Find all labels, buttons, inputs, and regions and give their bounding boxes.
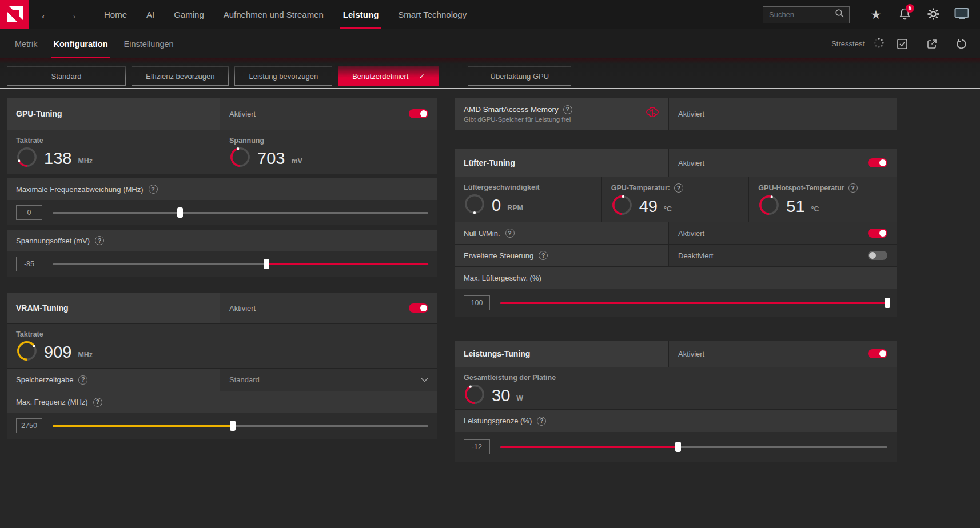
freq-deviation-slider[interactable] xyxy=(53,207,428,218)
reset-icon[interactable] xyxy=(949,33,974,55)
freq-deviation-input[interactable] xyxy=(16,205,42,220)
help-icon[interactable]: ? xyxy=(537,417,546,426)
voltage-offset-slider-row xyxy=(7,251,437,277)
nav-gaming[interactable]: Gaming xyxy=(164,0,214,29)
sam-status-cell: Aktiviert xyxy=(669,98,897,130)
hotspot-temp-gauge xyxy=(758,194,780,216)
slider-handle[interactable] xyxy=(675,442,681,452)
notification-badge: 5 xyxy=(906,4,914,13)
load-profile-icon[interactable] xyxy=(890,33,915,55)
help-icon[interactable]: ? xyxy=(848,183,858,193)
vram-max-freq-input[interactable] xyxy=(16,418,42,433)
help-icon[interactable]: ? xyxy=(95,236,104,245)
back-button[interactable]: ← xyxy=(33,0,59,29)
tuning-content: Standard Effizienz bevorzugen Leistung b… xyxy=(0,58,980,478)
advanced-control-status: Deaktiviert xyxy=(678,251,713,260)
power-limit-slider[interactable] xyxy=(500,442,887,452)
nav-smart-technology[interactable]: Smart Technology xyxy=(388,0,476,29)
toggle-knob xyxy=(879,159,886,166)
nav-home[interactable]: Home xyxy=(94,0,137,29)
zero-rpm-status: Aktiviert xyxy=(678,229,704,238)
fan-tuning-status: Aktiviert xyxy=(678,159,704,167)
slider-handle[interactable] xyxy=(885,298,890,308)
power-tuning-title: Leistungs-Tuning xyxy=(455,341,669,367)
power-tuning-toggle[interactable] xyxy=(868,349,887,358)
gpu-temp-unit: °C xyxy=(664,205,672,216)
vram-clock-value: 909 xyxy=(44,344,71,362)
preset-custom-button[interactable]: Benutzerdefiniert ✓ xyxy=(338,66,439,86)
overlay-button[interactable] xyxy=(950,3,973,26)
preset-performance-button[interactable]: Leistung bevorzugen xyxy=(234,66,332,86)
help-icon[interactable]: ? xyxy=(93,398,102,407)
gpu-tuning-title: GPU-Tuning xyxy=(7,98,220,130)
tab-konfiguration[interactable]: Konfiguration xyxy=(45,29,115,58)
max-fan-speed-input[interactable] xyxy=(464,295,490,310)
help-icon[interactable]: ? xyxy=(149,185,158,194)
forward-button[interactable]: → xyxy=(59,0,85,29)
zero-rpm-status-cell: Aktiviert xyxy=(669,222,897,244)
vram-clock-gauge-cell: Taktrate 909 MHz xyxy=(7,323,437,368)
slider-track xyxy=(53,212,428,214)
favorites-button[interactable]: ★ xyxy=(865,3,887,26)
search-box[interactable] xyxy=(763,6,850,23)
gpu-temp-value: 49 xyxy=(639,198,658,216)
fan-tuning-toggle[interactable] xyxy=(868,158,887,167)
slider-handle[interactable] xyxy=(264,259,269,269)
monitor-icon xyxy=(954,7,969,22)
power-limit-input[interactable] xyxy=(464,439,490,454)
nav-record-stream[interactable]: Aufnehmen und Streamen xyxy=(214,0,333,29)
help-icon[interactable]: ? xyxy=(78,375,87,385)
toggle-knob xyxy=(420,305,427,311)
gpu-tuning-toggle[interactable] xyxy=(409,109,428,118)
tab-einstellungen[interactable]: Einstellungen xyxy=(116,29,182,58)
tab-metrik[interactable]: Metrik xyxy=(7,29,45,58)
advanced-control-row: Erweiterte Steuerung ? Deaktiviert xyxy=(455,244,897,266)
zero-rpm-toggle[interactable] xyxy=(868,229,887,238)
preset-standard-button[interactable]: Standard xyxy=(7,66,126,86)
slider-handle[interactable] xyxy=(177,207,183,218)
stresstest-label[interactable]: Stresstest xyxy=(831,39,865,48)
sam-row: AMD SmartAccess Memory ? Gibt dGPU-Speic… xyxy=(455,98,897,130)
help-icon[interactable]: ? xyxy=(505,229,515,238)
vram-tuning-header: VRAM-Tuning Aktiviert xyxy=(7,293,437,323)
vram-clock-unit: MHz xyxy=(78,351,93,362)
notifications-button[interactable]: 5 xyxy=(893,3,916,26)
sam-title: AMD SmartAccess Memory xyxy=(464,105,559,114)
memory-timing-dropdown[interactable]: Standard xyxy=(220,369,437,391)
vram-tuning-toggle[interactable] xyxy=(409,303,428,313)
amd-logo[interactable] xyxy=(0,0,29,29)
overclock-gpu-button[interactable]: Übertaktung GPU xyxy=(468,66,571,86)
nav-ai[interactable]: AI xyxy=(137,0,164,29)
help-icon[interactable]: ? xyxy=(563,105,572,114)
power-limit-labelbar: Leistungsgrenze (%) ? xyxy=(455,409,897,432)
hotspot-temp-value: 51 xyxy=(786,198,804,216)
search-input[interactable] xyxy=(768,10,835,19)
zero-rpm-row: Null U/Min. ? Aktiviert xyxy=(455,222,897,244)
sam-info-cell: AMD SmartAccess Memory ? Gibt dGPU-Speic… xyxy=(455,98,669,130)
memory-timing-row: Speicherzeitgabe ? Standard xyxy=(7,368,437,391)
voltage-offset-input[interactable] xyxy=(16,257,42,271)
vram-clock-gauge xyxy=(16,340,38,362)
preset-efficiency-button[interactable]: Effizienz bevorzugen xyxy=(132,66,229,86)
topbar-actions: ★ 5 xyxy=(763,0,980,29)
voltage-offset-labelbar: Spannungsoffset (mV) ? xyxy=(7,230,437,251)
help-icon[interactable]: ? xyxy=(674,183,683,193)
settings-button[interactable] xyxy=(922,3,945,26)
nav-performance[interactable]: Leistung xyxy=(333,0,389,29)
vram-max-freq-slider[interactable] xyxy=(53,421,428,431)
board-power-gauge xyxy=(464,383,485,405)
slider-handle[interactable] xyxy=(230,421,236,431)
gpu-voltage-gauge-cell: Spannung 703 mV xyxy=(220,130,437,174)
check-icon: ✓ xyxy=(419,72,425,81)
voltage-offset-label: Spannungsoffset (mV) xyxy=(16,237,90,245)
advanced-control-toggle[interactable] xyxy=(868,251,887,260)
voltage-offset-slider[interactable] xyxy=(53,259,428,269)
preset-row: Standard Effizienz bevorzugen Leistung b… xyxy=(7,66,973,86)
fan-tuning-title: Lüfter-Tuning xyxy=(455,149,669,177)
fan-tuning-header: Lüfter-Tuning Aktiviert xyxy=(455,149,897,177)
freq-deviation-label: Maximale Frequenzabweichung (MHz) xyxy=(16,185,144,194)
advanced-control-status-cell: Deaktiviert xyxy=(669,245,897,266)
export-profile-icon[interactable] xyxy=(919,33,945,55)
max-fan-speed-slider[interactable] xyxy=(500,298,887,308)
help-icon[interactable]: ? xyxy=(539,251,548,260)
